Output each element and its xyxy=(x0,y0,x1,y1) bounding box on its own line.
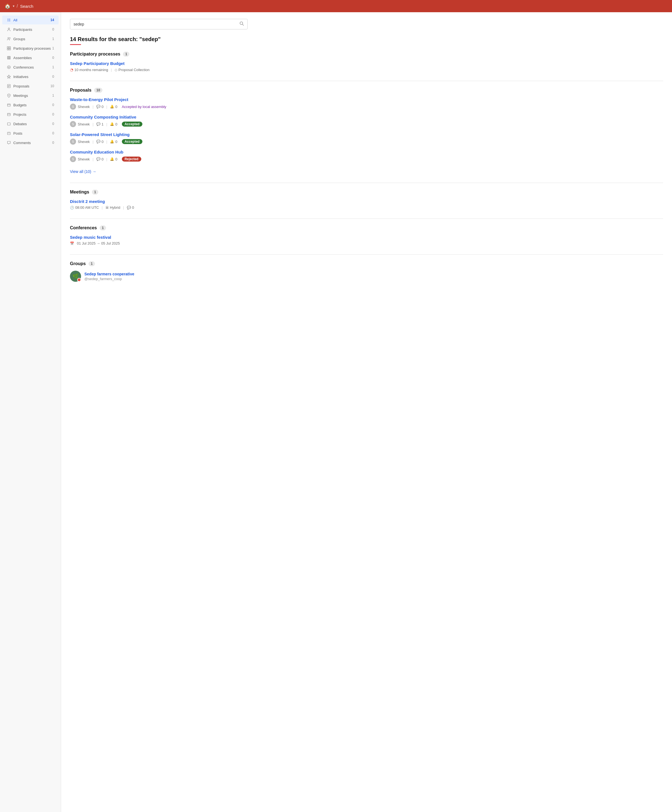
proposals-header: Proposals 10 xyxy=(70,88,663,93)
proposals-icon xyxy=(7,84,11,88)
results-header: 14 Results for the search: "sedep" xyxy=(70,36,663,45)
proposals-section: Proposals 10 Waste-to-Energy Pilot Proje… xyxy=(70,88,663,174)
proposal-meta-2: S Shevek | 💬 0 | 🔔 0 Accepted xyxy=(70,138,663,145)
sidebar-item-posts-label: Posts xyxy=(13,131,22,135)
search-submit-icon[interactable] xyxy=(240,21,244,27)
proposal-meta-3: S Shevek | 💬 0 | 🔔 0 Rejected xyxy=(70,156,663,162)
divider-2 xyxy=(70,183,663,183)
sidebar-item-conferences[interactable]: Conferences 1 xyxy=(2,63,58,72)
svg-point-31 xyxy=(240,22,243,25)
process-tag-icon: ◇ xyxy=(114,68,118,72)
sidebar-item-proposals-count: 10 xyxy=(51,84,54,88)
svg-point-23 xyxy=(9,95,9,96)
sidebar-item-all[interactable]: All 14 xyxy=(2,15,58,24)
proposal-status-1: Accepted xyxy=(122,121,142,126)
conference-date-range-0: 01 Jul 2025 → 05 Jul 2025 xyxy=(77,241,120,246)
sidebar-item-debates-label: Debates xyxy=(13,122,27,126)
group-avatar-0: 🌿 xyxy=(70,271,81,282)
process-remaining-0: ◔ 10 months remaining xyxy=(70,67,108,72)
proposals-view-all[interactable]: View all (10) → xyxy=(70,169,96,174)
proposal-title-1[interactable]: Community Composting Initiative xyxy=(70,115,136,119)
sidebar-item-debates[interactable]: Debates 0 xyxy=(2,119,58,128)
svg-point-5 xyxy=(8,38,9,39)
participants-icon xyxy=(7,27,11,32)
group-name-0[interactable]: Sedep farmers cooperative xyxy=(84,272,134,276)
conferences-icon xyxy=(7,65,11,69)
proposal-item-1: Community Composting Initiative S Shevek… xyxy=(70,115,663,127)
sidebar-item-proposals[interactable]: Proposals 10 xyxy=(2,82,58,90)
sidebar-item-assemblies[interactable]: Assemblies 0 xyxy=(2,53,58,62)
sidebar-item-participants[interactable]: Participants 0 xyxy=(2,25,58,34)
sidebar-item-groups[interactable]: Groups 1 xyxy=(2,34,58,43)
proposal-comments-2: 0 xyxy=(102,140,104,144)
process-title-0[interactable]: Sedep Participatory Budget xyxy=(70,61,125,66)
proposal-avatar-0: S xyxy=(70,104,76,110)
svg-rect-7 xyxy=(7,47,9,48)
sidebar-item-projects[interactable]: Projects 0 xyxy=(2,110,58,119)
sidebar-item-initiatives-label: Initiatives xyxy=(13,75,28,79)
proposal-item-2: Solar-Powered Street Lighting S Shevek |… xyxy=(70,132,663,145)
comment-icon-2: 💬 xyxy=(96,140,101,143)
sidebar-item-meetings[interactable]: Meetings 1 xyxy=(2,91,58,100)
proposal-avatar-2: S xyxy=(70,138,76,145)
proposal-title-0[interactable]: Waste-to-Energy Pilot Project xyxy=(70,97,128,102)
home-icon[interactable]: 🏠 xyxy=(4,3,10,9)
meta-sep: | xyxy=(102,205,102,210)
sidebar-item-conferences-count: 1 xyxy=(52,65,54,69)
clock-icon: 🕐 xyxy=(70,206,74,210)
meta-sep: | xyxy=(111,68,112,72)
proposal-meta-0: S Shevek | 💬 0 | 🔔 0 Accepted by local a… xyxy=(70,104,663,110)
groups-section: Groups 1 🌿 Sedep farmers cooperative @se… xyxy=(70,261,663,282)
meta-sep: | xyxy=(92,140,93,144)
svg-point-0 xyxy=(8,19,9,20)
sidebar-item-projects-count: 0 xyxy=(52,113,54,116)
sidebar-item-budgets-label: Budgets xyxy=(13,103,27,107)
sidebar-item-debates-count: 0 xyxy=(52,122,54,126)
conference-title-0[interactable]: Sedep music festival xyxy=(70,235,111,240)
proposal-title-3[interactable]: Community Education Hub xyxy=(70,150,123,154)
budgets-icon xyxy=(7,103,11,107)
sidebar-item-participatory-processes[interactable]: Participatory processes 1 xyxy=(2,44,58,53)
meta-sep: | xyxy=(106,157,107,161)
meta-sep: | xyxy=(123,205,124,210)
conferences-title: Conferences xyxy=(70,225,97,230)
svg-rect-28 xyxy=(7,123,10,125)
sidebar-item-meetings-label: Meetings xyxy=(13,94,28,98)
sidebar-item-budgets[interactable]: Budgets 0 xyxy=(2,101,58,109)
proposal-title-2[interactable]: Solar-Powered Street Lighting xyxy=(70,132,130,137)
groups-count: 1 xyxy=(89,261,95,266)
conference-item-0: Sedep music festival 📅 01 Jul 2025 → 05 … xyxy=(70,235,663,246)
main-layout: All 14 Participants 0 Groups 1 xyxy=(0,12,672,812)
svg-rect-26 xyxy=(7,113,10,116)
search-input[interactable] xyxy=(73,22,240,26)
proposal-status-2: Accepted xyxy=(122,139,142,144)
calendar-icon: 📅 xyxy=(70,242,74,246)
sidebar-item-groups-label: Groups xyxy=(13,37,25,41)
sidebar-item-initiatives[interactable]: Initiatives 0 xyxy=(2,72,58,81)
nav-dropdown-icon[interactable]: ▾ xyxy=(13,4,14,8)
meetings-section: Meetings 1 Disctrit 2 meeting 🕐 08:00 AM… xyxy=(70,189,663,210)
sidebar-item-groups-count: 1 xyxy=(52,37,54,41)
proposal-comments-0: 0 xyxy=(102,105,104,109)
comment-icon-0: 💬 xyxy=(96,105,101,109)
top-nav: 🏠 ▾ / Search xyxy=(0,0,672,12)
sidebar-item-posts[interactable]: Posts 0 xyxy=(2,129,58,138)
proposal-author-1: Shevek xyxy=(78,122,90,126)
sidebar: All 14 Participants 0 Groups 1 xyxy=(0,12,61,812)
posts-icon xyxy=(7,131,11,135)
process-meta-0: ◔ 10 months remaining | ◇ Proposal Colle… xyxy=(70,67,663,72)
follow-icon-2: 🔔 xyxy=(110,140,114,143)
meeting-item-0: Disctrit 2 meeting 🕐 08:00 AM UTC | 🏛 Hy… xyxy=(70,199,663,210)
sidebar-item-comments[interactable]: Comments 0 xyxy=(2,138,58,147)
conferences-header: Conferences 1 xyxy=(70,225,663,230)
assemblies-icon xyxy=(7,56,11,60)
svg-point-1 xyxy=(9,19,10,20)
main-content: 14 Results for the search: "sedep" Parti… xyxy=(61,12,672,812)
participatory-processes-title: Participatory processes xyxy=(70,52,120,56)
proposal-author-0: Shevek xyxy=(78,105,90,109)
svg-rect-11 xyxy=(7,56,10,59)
meeting-comment-icon: 💬 xyxy=(127,206,131,210)
proposal-follows-1: 0 xyxy=(115,122,117,126)
meeting-title-0[interactable]: Disctrit 2 meeting xyxy=(70,199,105,204)
participatory-processes-icon xyxy=(7,46,11,51)
